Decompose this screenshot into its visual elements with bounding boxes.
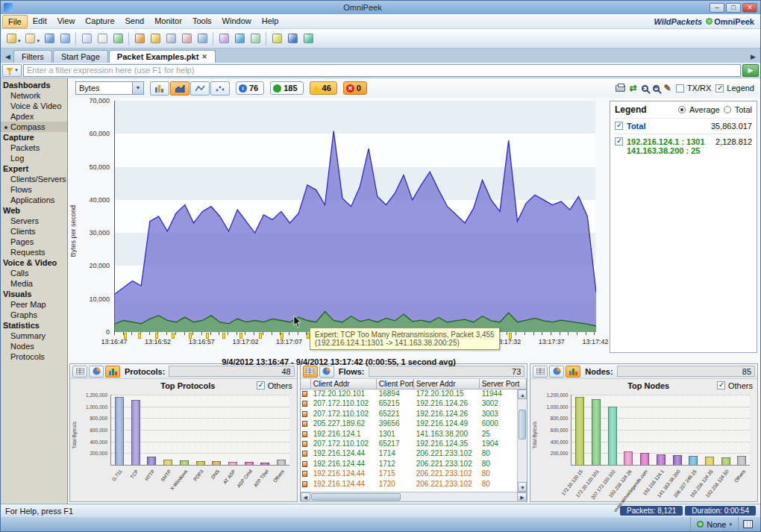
- tab-packet-examples-pkt[interactable]: Packet Examples.pkt✕: [109, 50, 216, 63]
- menu-monitor[interactable]: Monitor: [149, 15, 187, 28]
- event-marker-icon[interactable]: [124, 333, 127, 339]
- sidebar-item-apdex[interactable]: Apdex: [1, 111, 67, 122]
- flows-vertical-scrollbar[interactable]: ▲ ▼: [517, 389, 527, 492]
- bar-172-20-120-101[interactable]: [592, 399, 601, 465]
- flow-row[interactable]: 192.216.124.11301141.163.38.20025: [301, 430, 518, 439]
- legend-item-flow[interactable]: 192.216.124.1 : 1301 141.163.38.200 : 25…: [615, 134, 752, 158]
- chart-plot-area[interactable]: [114, 101, 595, 332]
- paste-icon[interactable]: [95, 31, 110, 46]
- open-capture-icon[interactable]: [23, 31, 38, 46]
- close-button[interactable]: ✕: [742, 3, 757, 13]
- sidebar-item-packets[interactable]: Packets: [1, 143, 67, 153]
- protocols-bar-view-button[interactable]: [105, 366, 120, 378]
- flow-row[interactable]: 192.216.124.441720206.221.233.10280: [301, 480, 518, 489]
- info-events-badge[interactable]: i76: [236, 81, 264, 95]
- scroll-down-icon[interactable]: ▼: [518, 482, 527, 492]
- menu-file[interactable]: File: [2, 15, 28, 28]
- column-header-server-addr[interactable]: Server Addr: [414, 379, 480, 389]
- column-header-client-port[interactable]: Client Port: [377, 379, 414, 389]
- clock-icon[interactable]: [195, 31, 210, 46]
- warning-events-badge[interactable]: 46: [310, 81, 337, 95]
- scroll-right-icon[interactable]: ▶: [517, 492, 527, 501]
- event-marker-icon[interactable]: [239, 333, 242, 339]
- main-chart[interactable]: 70,00060,00050,00040,00030,00020,00010,0…: [77, 101, 601, 362]
- tab-close-icon[interactable]: ✕: [201, 53, 207, 60]
- print-icon[interactable]: [616, 85, 625, 92]
- layout-grid-icon[interactable]: [743, 520, 753, 528]
- security-icon[interactable]: [216, 31, 231, 46]
- nodes-table-view-button[interactable]: [533, 366, 548, 378]
- adapter-selector[interactable]: None ▾: [690, 517, 739, 531]
- txrx-checkbox-row[interactable]: TX/RX: [676, 84, 711, 93]
- average-radio[interactable]: [678, 106, 686, 113]
- tab-start-page[interactable]: Start Page: [53, 50, 108, 63]
- flow-row[interactable]: 192.216.124.441715206.221.233.10280: [301, 469, 518, 479]
- bar-chart-view-button[interactable]: [150, 81, 169, 96]
- bar-192-216-124-35[interactable]: [705, 457, 714, 465]
- ok-events-badge[interactable]: 185: [270, 81, 303, 95]
- protocols-others-checkbox[interactable]: [257, 381, 265, 389]
- flows-pie-view-button[interactable]: [319, 366, 334, 378]
- bar-192-216-124-26[interactable]: [624, 451, 633, 465]
- nodes-bar-chart[interactable]: Total Bytes/s 172.20.120.15172.20.120.10…: [532, 392, 756, 501]
- legend-checkbox-row[interactable]: Legend: [715, 84, 754, 93]
- event-marker-icon[interactable]: [155, 333, 158, 339]
- event-marker-icon[interactable]: [172, 333, 175, 339]
- bar-206-227-248-25[interactable]: [689, 456, 698, 465]
- monitor-options-icon[interactable]: [269, 31, 284, 46]
- column-header-icon[interactable]: [301, 379, 311, 389]
- area-chart-view-button[interactable]: [170, 81, 190, 96]
- legend-item-checkbox[interactable]: [615, 122, 623, 130]
- help-icon[interactable]: [285, 31, 300, 46]
- nodes-pie-view-button[interactable]: [549, 366, 564, 378]
- scroll-left-icon[interactable]: ◀: [301, 492, 310, 501]
- menu-view[interactable]: View: [52, 15, 81, 28]
- menu-window[interactable]: Window: [217, 15, 257, 28]
- column-header-client-addr[interactable]: Client Addr: [311, 379, 377, 389]
- sidebar-item-nodes[interactable]: Nodes: [1, 341, 67, 351]
- menu-send[interactable]: Send: [120, 15, 150, 28]
- nodes-bar-view-button[interactable]: [566, 366, 580, 378]
- sidebar-item-clients[interactable]: Clients: [1, 226, 67, 237]
- bar-x-windows[interactable]: [180, 460, 189, 465]
- flows-horizontal-scrollbar[interactable]: ◀ ▶: [301, 492, 527, 501]
- zoom-in-icon[interactable]: +: [653, 85, 660, 92]
- save-icon[interactable]: [42, 31, 57, 46]
- capture-options-icon[interactable]: [110, 31, 125, 46]
- log-window-icon[interactable]: [179, 31, 194, 46]
- event-marker-icon[interactable]: [189, 333, 192, 339]
- bar-207-172-110-102[interactable]: [608, 407, 617, 465]
- minimize-button[interactable]: –: [710, 3, 724, 13]
- filter-expression-input[interactable]: [23, 64, 741, 77]
- bar-pop3[interactable]: [196, 461, 205, 465]
- legend-item-checkbox[interactable]: [615, 137, 623, 145]
- nodes-others-checkbox[interactable]: [717, 381, 725, 389]
- sync-arrows-icon[interactable]: ⇄: [630, 84, 637, 92]
- legend-item-total[interactable]: Total 35,863.017: [615, 118, 752, 134]
- event-marker-icon[interactable]: [206, 333, 209, 339]
- event-marker-icon[interactable]: [509, 333, 512, 339]
- sidebar-item-pages[interactable]: Pages: [1, 237, 67, 247]
- bar-others[interactable]: [277, 460, 286, 465]
- tab-filters[interactable]: Filters: [13, 50, 52, 63]
- menu-edit[interactable]: Edit: [28, 15, 52, 28]
- summary-icon[interactable]: [248, 31, 263, 46]
- bar-atp-trel[interactable]: [260, 463, 269, 465]
- units-dropdown[interactable]: Bytes ▼: [75, 81, 144, 95]
- apply-filter-button[interactable]: ▶: [742, 64, 759, 77]
- sidebar-item-graphs[interactable]: Graphs: [1, 310, 67, 320]
- tab-scroll-left-icon[interactable]: ◀: [2, 53, 13, 63]
- protocols-bar-chart[interactable]: Total Bytes/s G.711TCPHTTPSMTPX-WindowsP…: [72, 392, 295, 501]
- name-table-icon[interactable]: [163, 31, 178, 46]
- sidebar-item-flows[interactable]: Flows: [1, 184, 67, 195]
- bar-172-20-120-15[interactable]: [575, 397, 584, 465]
- protocols-others-row[interactable]: Others: [257, 381, 292, 390]
- txrx-checkbox[interactable]: [676, 84, 684, 93]
- flow-row[interactable]: 207.172.110.10265217192.216.124.351904: [301, 439, 518, 449]
- web-update-icon[interactable]: [301, 31, 316, 46]
- sidebar-item-calls[interactable]: Calls: [1, 268, 67, 278]
- filters-icon[interactable]: [132, 31, 147, 46]
- sidebar-item-media[interactable]: Media: [1, 278, 67, 289]
- bar-asp-cmd[interactable]: [245, 462, 254, 465]
- flow-row[interactable]: 192.216.124.441714206.221.233.10280: [301, 449, 518, 459]
